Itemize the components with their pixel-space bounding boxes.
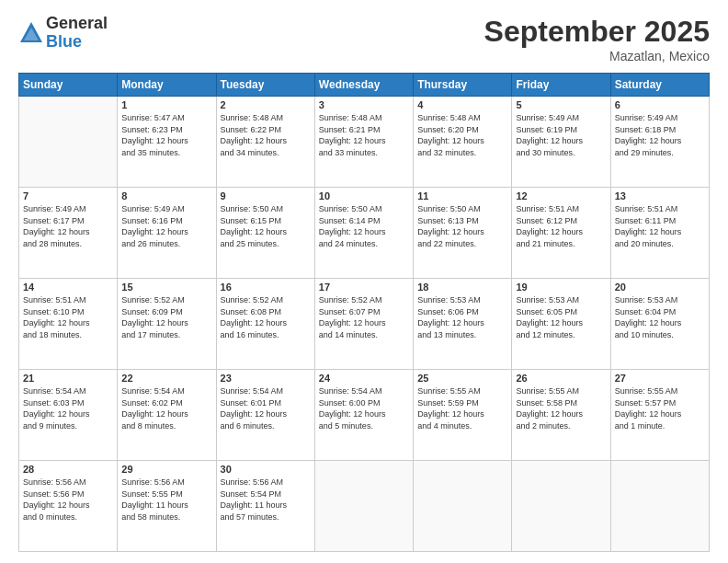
calendar-week-row: 21Sunrise: 5:54 AM Sunset: 6:03 PM Dayli… [19, 370, 710, 461]
col-friday: Friday [512, 74, 610, 97]
col-saturday: Saturday [610, 74, 709, 97]
day-number: 1 [121, 99, 211, 110]
day-info: Sunrise: 5:56 AM Sunset: 5:54 PM Dayligh… [221, 477, 311, 523]
day-info: Sunrise: 5:54 AM Sunset: 6:00 PM Dayligh… [319, 385, 409, 431]
col-thursday: Thursday [414, 74, 512, 97]
calendar-cell: 1Sunrise: 5:47 AM Sunset: 6:23 PM Daylig… [118, 97, 216, 188]
day-number: 23 [221, 373, 311, 384]
day-info: Sunrise: 5:54 AM Sunset: 6:02 PM Dayligh… [121, 385, 211, 431]
col-wednesday: Wednesday [314, 74, 413, 97]
day-number: 2 [221, 99, 311, 110]
day-number: 20 [615, 282, 705, 293]
day-number: 16 [221, 282, 311, 293]
calendar-cell: 26Sunrise: 5:55 AM Sunset: 5:58 PM Dayli… [512, 370, 610, 461]
day-number: 28 [23, 464, 113, 475]
calendar-cell: 4Sunrise: 5:48 AM Sunset: 6:20 PM Daylig… [414, 97, 512, 188]
day-info: Sunrise: 5:48 AM Sunset: 6:21 PM Dayligh… [319, 112, 409, 158]
header-row: Sunday Monday Tuesday Wednesday Thursday… [19, 74, 710, 97]
day-number: 3 [319, 99, 409, 110]
day-number: 12 [516, 190, 606, 201]
day-number: 25 [417, 373, 507, 384]
day-number: 10 [319, 190, 409, 201]
calendar-cell: 3Sunrise: 5:48 AM Sunset: 6:21 PM Daylig… [314, 97, 413, 188]
day-number: 9 [221, 190, 311, 201]
day-info: Sunrise: 5:49 AM Sunset: 6:17 PM Dayligh… [23, 203, 113, 249]
col-sunday: Sunday [19, 74, 118, 97]
calendar-cell: 12Sunrise: 5:51 AM Sunset: 6:12 PM Dayli… [512, 188, 610, 279]
day-number: 6 [615, 99, 705, 110]
day-info: Sunrise: 5:53 AM Sunset: 6:04 PM Dayligh… [615, 294, 705, 340]
title-block: September 2025 Mazatlan, Mexico [484, 15, 710, 63]
calendar-cell: 5Sunrise: 5:49 AM Sunset: 6:19 PM Daylig… [512, 97, 610, 188]
calendar-cell: 7Sunrise: 5:49 AM Sunset: 6:17 PM Daylig… [19, 188, 118, 279]
day-number: 21 [23, 373, 113, 384]
day-info: Sunrise: 5:51 AM Sunset: 6:11 PM Dayligh… [615, 203, 705, 249]
calendar-cell: 30Sunrise: 5:56 AM Sunset: 5:54 PM Dayli… [216, 461, 314, 552]
calendar-cell [512, 461, 610, 552]
calendar-cell: 11Sunrise: 5:50 AM Sunset: 6:13 PM Dayli… [414, 188, 512, 279]
calendar-cell: 27Sunrise: 5:55 AM Sunset: 5:57 PM Dayli… [610, 370, 709, 461]
day-info: Sunrise: 5:52 AM Sunset: 6:07 PM Dayligh… [319, 294, 409, 340]
day-info: Sunrise: 5:55 AM Sunset: 5:57 PM Dayligh… [615, 385, 705, 431]
day-number: 17 [319, 282, 409, 293]
day-info: Sunrise: 5:48 AM Sunset: 6:20 PM Dayligh… [417, 112, 507, 158]
day-info: Sunrise: 5:50 AM Sunset: 6:15 PM Dayligh… [221, 203, 311, 249]
calendar-cell: 16Sunrise: 5:52 AM Sunset: 6:08 PM Dayli… [216, 279, 314, 370]
day-info: Sunrise: 5:53 AM Sunset: 6:05 PM Dayligh… [516, 294, 606, 340]
day-number: 8 [121, 190, 211, 201]
col-monday: Monday [118, 74, 216, 97]
day-info: Sunrise: 5:55 AM Sunset: 5:59 PM Dayligh… [417, 385, 507, 431]
calendar-cell: 15Sunrise: 5:52 AM Sunset: 6:09 PM Dayli… [118, 279, 216, 370]
logo-icon [18, 20, 44, 46]
calendar-week-row: 1Sunrise: 5:47 AM Sunset: 6:23 PM Daylig… [19, 97, 710, 188]
day-number: 4 [417, 99, 507, 110]
calendar-cell: 10Sunrise: 5:50 AM Sunset: 6:14 PM Dayli… [314, 188, 413, 279]
day-number: 18 [417, 282, 507, 293]
location: Mazatlan, Mexico [484, 49, 710, 63]
calendar-cell: 25Sunrise: 5:55 AM Sunset: 5:59 PM Dayli… [414, 370, 512, 461]
calendar-cell: 17Sunrise: 5:52 AM Sunset: 6:07 PM Dayli… [314, 279, 413, 370]
day-number: 24 [319, 373, 409, 384]
calendar-cell: 18Sunrise: 5:53 AM Sunset: 6:06 PM Dayli… [414, 279, 512, 370]
day-info: Sunrise: 5:50 AM Sunset: 6:13 PM Dayligh… [417, 203, 507, 249]
calendar-cell [314, 461, 413, 552]
day-info: Sunrise: 5:54 AM Sunset: 6:01 PM Dayligh… [221, 385, 311, 431]
calendar-cell: 21Sunrise: 5:54 AM Sunset: 6:03 PM Dayli… [19, 370, 118, 461]
day-number: 11 [417, 190, 507, 201]
day-info: Sunrise: 5:49 AM Sunset: 6:16 PM Dayligh… [121, 203, 211, 249]
calendar-cell: 23Sunrise: 5:54 AM Sunset: 6:01 PM Dayli… [216, 370, 314, 461]
calendar-cell: 2Sunrise: 5:48 AM Sunset: 6:22 PM Daylig… [216, 97, 314, 188]
calendar-cell: 24Sunrise: 5:54 AM Sunset: 6:00 PM Dayli… [314, 370, 413, 461]
calendar-cell: 8Sunrise: 5:49 AM Sunset: 6:16 PM Daylig… [118, 188, 216, 279]
day-number: 7 [23, 190, 113, 201]
calendar-week-row: 7Sunrise: 5:49 AM Sunset: 6:17 PM Daylig… [19, 188, 710, 279]
day-info: Sunrise: 5:49 AM Sunset: 6:19 PM Dayligh… [516, 112, 606, 158]
day-number: 22 [121, 373, 211, 384]
calendar-cell: 22Sunrise: 5:54 AM Sunset: 6:02 PM Dayli… [118, 370, 216, 461]
day-info: Sunrise: 5:47 AM Sunset: 6:23 PM Dayligh… [121, 112, 211, 158]
day-number: 14 [23, 282, 113, 293]
day-info: Sunrise: 5:49 AM Sunset: 6:18 PM Dayligh… [615, 112, 705, 158]
day-number: 19 [516, 282, 606, 293]
day-number: 26 [516, 373, 606, 384]
calendar-cell [414, 461, 512, 552]
day-number: 27 [615, 373, 705, 384]
calendar-cell [610, 461, 709, 552]
calendar-week-row: 28Sunrise: 5:56 AM Sunset: 5:56 PM Dayli… [19, 461, 710, 552]
calendar-cell: 13Sunrise: 5:51 AM Sunset: 6:11 PM Dayli… [610, 188, 709, 279]
calendar-page: General Blue September 2025 Mazatlan, Me… [0, 0, 728, 563]
day-info: Sunrise: 5:55 AM Sunset: 5:58 PM Dayligh… [516, 385, 606, 431]
day-number: 15 [121, 282, 211, 293]
day-number: 29 [121, 464, 211, 475]
calendar-cell: 19Sunrise: 5:53 AM Sunset: 6:05 PM Dayli… [512, 279, 610, 370]
day-info: Sunrise: 5:51 AM Sunset: 6:12 PM Dayligh… [516, 203, 606, 249]
day-info: Sunrise: 5:52 AM Sunset: 6:09 PM Dayligh… [121, 294, 211, 340]
day-number: 13 [615, 190, 705, 201]
day-info: Sunrise: 5:54 AM Sunset: 6:03 PM Dayligh… [23, 385, 113, 431]
calendar-cell: 29Sunrise: 5:56 AM Sunset: 5:55 PM Dayli… [118, 461, 216, 552]
month-title: September 2025 [484, 15, 710, 49]
calendar-cell [19, 97, 118, 188]
calendar-cell: 6Sunrise: 5:49 AM Sunset: 6:18 PM Daylig… [610, 97, 709, 188]
day-info: Sunrise: 5:52 AM Sunset: 6:08 PM Dayligh… [221, 294, 311, 340]
calendar-table: Sunday Monday Tuesday Wednesday Thursday… [18, 73, 710, 552]
